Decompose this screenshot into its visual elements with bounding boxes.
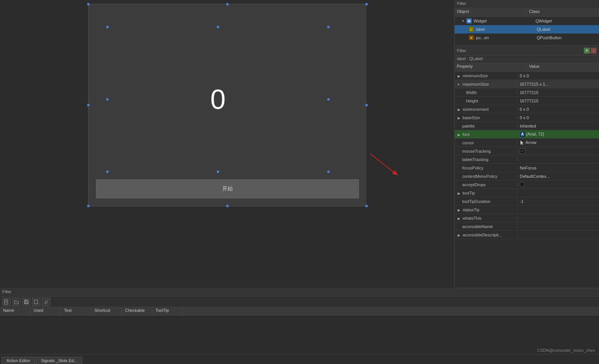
handle-mr[interactable] <box>365 104 368 106</box>
prop-Height[interactable]: Height 16777215 <box>455 97 599 105</box>
handle-ml[interactable] <box>87 104 90 106</box>
prop-val-toolTipDuration: -1 <box>517 199 599 204</box>
object-col-class: Class <box>527 8 599 16</box>
handle-bm[interactable] <box>226 205 229 207</box>
label-widget[interactable]: 0 <box>107 27 328 172</box>
prop-val-sizeIncrement: 0 x 0 <box>517 107 599 112</box>
expand-statusTip: ▶ <box>458 208 461 212</box>
prop-val-minimumSize: 0 x 0 <box>517 73 599 78</box>
new-icon <box>4 299 9 305</box>
open-icon <box>14 299 19 305</box>
prop-focusPolicy[interactable]: focusPolicy NoFocus <box>455 164 599 172</box>
mouseTracking-checkbox[interactable]: ✓ <box>520 148 525 154</box>
prop-tabletTracking[interactable]: tabletTracking <box>455 155 599 164</box>
expand-font: ▶ <box>458 133 461 137</box>
bottom-toolbar: + <box>0 297 599 307</box>
prop-acceptDrops[interactable]: acceptDrops <box>455 180 599 189</box>
label-handle-tr[interactable] <box>327 26 330 28</box>
property-header: Property Value <box>455 63 599 72</box>
prop-sizeIncrement[interactable]: ▶ sizeIncrement 0 x 0 <box>455 105 599 113</box>
property-list[interactable]: ▶ minimumSize 0 x 0 ▾ maximumSize 167772… <box>455 72 599 288</box>
label-name: label <box>476 27 537 32</box>
expand-whatsThis: ▶ <box>458 217 461 220</box>
prop-contextMenuPolicy[interactable]: contextMenuPolicy DefaultContex... <box>455 172 599 180</box>
object-row-label[interactable]: L label QLabel <box>455 25 599 34</box>
label-icon: L <box>468 26 474 32</box>
prop-name-accessibleName: accessibleName <box>455 224 517 229</box>
property-add-btn[interactable]: + <box>584 48 590 54</box>
handle-tl[interactable] <box>87 3 90 5</box>
svg-line-0 <box>370 153 397 174</box>
acceptDrops-checkbox[interactable] <box>520 182 524 187</box>
property-filter-label: Filter <box>457 48 466 53</box>
object-row-widget[interactable]: ▾ W Widget QWidget <box>455 17 599 25</box>
prop-name-Width: Width <box>455 90 517 95</box>
canvas-area: 0 开始 <box>0 0 454 288</box>
tab-action-editor[interactable]: Action Editor <box>2 357 35 364</box>
bottom-col-text: Text <box>61 307 91 315</box>
prop-accessibleDescripti[interactable]: ▶ accessibleDescripti... <box>455 231 599 239</box>
canvas-widget: 0 开始 <box>88 4 367 206</box>
prop-toolTip[interactable]: ▶ toolTip <box>455 189 599 197</box>
handle-tr[interactable] <box>365 3 368 5</box>
label-handle-tl[interactable] <box>106 26 109 28</box>
bottom-content <box>0 316 599 354</box>
prop-baseSize[interactable]: ▶ baseSize 0 x 0 <box>455 113 599 122</box>
prop-mouseTracking[interactable]: mouseTracking ✓ <box>455 147 599 155</box>
object-filter-bar[interactable]: Filter <box>455 0 599 8</box>
prop-val-maximumSize: 16777215 x 1... <box>517 82 599 86</box>
prop-accessibleName[interactable]: accessibleName <box>455 222 599 231</box>
toolbar-edit-btn[interactable] <box>42 298 50 306</box>
property-panel: Filter + - label : QLabel Property Value… <box>455 46 599 288</box>
start-button[interactable]: 开始 <box>96 179 359 198</box>
handle-br[interactable] <box>365 205 368 207</box>
prop-palette[interactable]: palette Inherited <box>455 122 599 130</box>
property-minus-btn[interactable]: - <box>591 48 597 54</box>
label-text: 0 <box>210 84 226 115</box>
handle-bl[interactable] <box>87 205 90 207</box>
expand-minimumSize: ▶ <box>458 74 461 78</box>
toolbar-saveas-btn[interactable]: + <box>32 298 40 306</box>
prop-name-accessibleDescripti: ▶ accessibleDescripti... <box>455 233 517 237</box>
object-filter-label: Filter <box>457 1 466 6</box>
prop-cursor[interactable]: cursor Arrow <box>455 139 599 147</box>
prop-val-baseSize: 0 x 0 <box>517 115 599 120</box>
prop-maximumSize[interactable]: ▾ maximumSize 16777215 x 1... <box>455 80 599 88</box>
label-handle-bl[interactable] <box>106 171 109 173</box>
property-col-name: Property <box>455 63 527 71</box>
label-handle-bm[interactable] <box>217 171 219 173</box>
prop-name-mouseTracking: mouseTracking <box>455 149 517 153</box>
prop-statusTip[interactable]: ▶ statusTip <box>455 206 599 214</box>
prop-name-acceptDrops: acceptDrops <box>455 182 517 187</box>
prop-toolTipDuration[interactable]: toolTipDuration -1 <box>455 197 599 206</box>
expand-maximumSize: ▾ <box>458 83 461 86</box>
label-handle-br[interactable] <box>327 171 330 173</box>
handle-tm[interactable] <box>226 3 229 5</box>
prop-whatsThis[interactable]: ▶ whatsThis <box>455 214 599 222</box>
label-handle-tm[interactable] <box>217 26 219 28</box>
toolbar-open-btn[interactable] <box>12 298 21 306</box>
property-filter-bar: Filter + - <box>455 46 599 56</box>
label-handle-mr[interactable] <box>327 98 330 101</box>
toolbar-save-btn[interactable] <box>22 298 30 306</box>
prop-val-mouseTracking: ✓ <box>517 148 599 154</box>
expand-baseSize: ▶ <box>458 116 461 120</box>
prop-val-font: A[Arial, 72] <box>517 132 599 137</box>
object-header: Object Class <box>455 8 599 17</box>
bottom-col-shortcut: Shortcut <box>91 307 122 315</box>
tab-signals-slots[interactable]: Signals _Slots Ed... <box>36 357 82 364</box>
prop-minimumSize[interactable]: ▶ minimumSize 0 x 0 <box>455 72 599 80</box>
prop-font[interactable]: ▶ font A[Arial, 72] <box>455 130 599 139</box>
toolbar-new-btn[interactable] <box>2 298 11 306</box>
prop-name-Height: Height <box>455 99 517 103</box>
bottom-header: Name Used Text Shortcut Checkable ToolTi… <box>0 307 599 316</box>
object-row-button[interactable]: B pu...on QPushButton <box>455 34 599 42</box>
bottom-col-checkable: Checkable <box>122 307 152 315</box>
prop-Width[interactable]: Width 16777215 <box>455 88 599 97</box>
font-a-icon: A <box>520 132 525 137</box>
widget-class: QWidget <box>536 19 598 23</box>
object-inspector: Filter Object Class ▾ W Widget QWidget L… <box>455 0 599 46</box>
label-handle-ml[interactable] <box>106 98 109 101</box>
bottom-filter[interactable]: Filter <box>0 288 599 297</box>
prop-name-toolTipDuration: toolTipDuration <box>455 199 517 204</box>
